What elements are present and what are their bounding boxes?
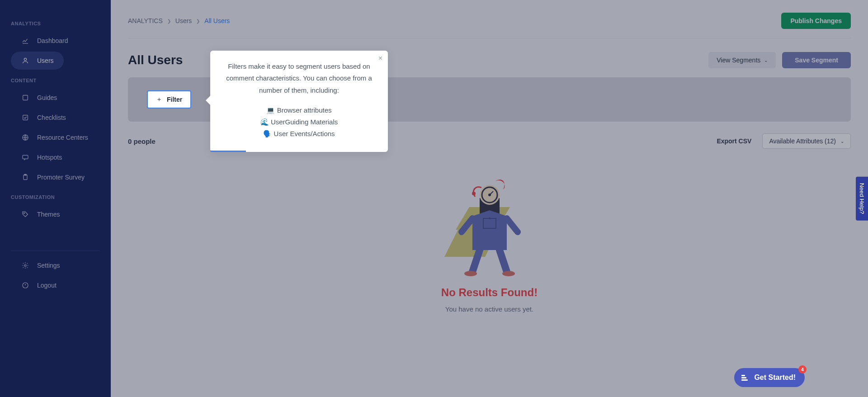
close-icon[interactable]: × — [378, 54, 382, 62]
modal-overlay[interactable] — [0, 0, 868, 397]
filter-label: Filter — [167, 96, 182, 103]
tooltip-progress — [210, 151, 246, 152]
tooltip-text: Filters make it easy to segment users ba… — [221, 61, 377, 96]
tooltip-item-2: 🌊 UserGuiding Materials — [221, 116, 377, 128]
plus-icon: ＋ — [156, 95, 162, 104]
get-started-button[interactable]: Get Started! 4 — [734, 368, 805, 387]
onboarding-tooltip: × Filters make it easy to segment users … — [210, 51, 388, 152]
filter-button-highlight: ＋ Filter — [147, 90, 191, 109]
tooltip-item-1: 💻 Browser attributes — [221, 104, 377, 116]
notification-badge: 4 — [798, 365, 807, 373]
checklist-icon — [741, 375, 748, 381]
add-filter-button[interactable]: ＋ Filter — [147, 90, 191, 109]
tooltip-item-3: 🗣️ User Events/Actions — [221, 128, 377, 140]
need-help-tab[interactable]: Need Help? — [856, 177, 868, 221]
get-started-label: Get Started! — [754, 373, 796, 382]
